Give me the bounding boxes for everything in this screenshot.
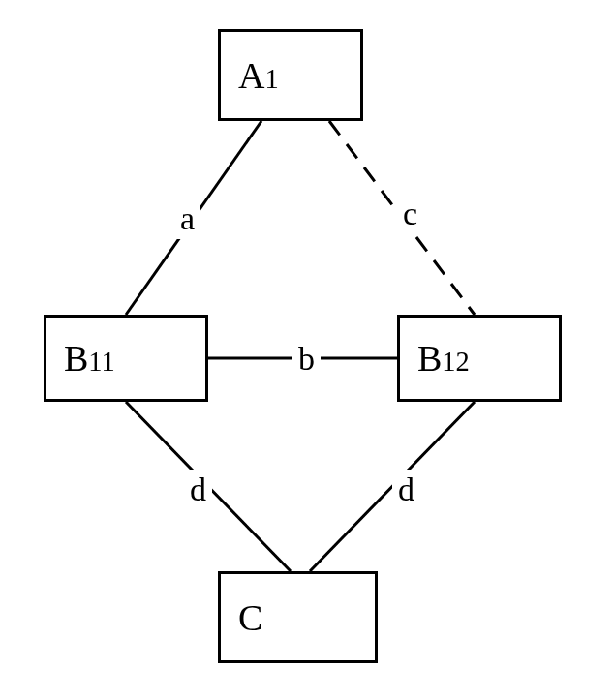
node-a1: A1 <box>218 29 363 121</box>
node-b12-label: B12 <box>417 337 470 380</box>
edge-label-b: b <box>292 339 321 380</box>
node-b11: B11 <box>44 315 208 402</box>
node-c-label: C <box>238 596 262 639</box>
node-b11-label: B11 <box>64 337 115 380</box>
edge-label-d-left: d <box>184 470 212 510</box>
edge-label-a: a <box>174 198 200 239</box>
node-a1-label: A1 <box>238 54 279 97</box>
node-c: C <box>218 571 378 663</box>
edge-label-d-right: d <box>392 470 420 510</box>
edge-label-c: c <box>397 194 423 234</box>
node-b12: B12 <box>397 315 562 402</box>
